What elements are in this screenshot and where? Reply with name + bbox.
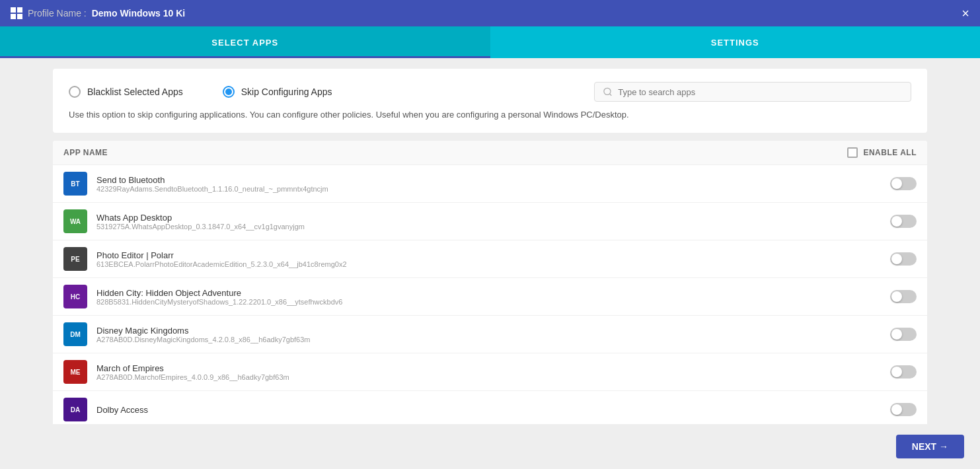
app-name: Photo Editor | Polarr xyxy=(96,250,890,260)
app-icon: ME xyxy=(63,360,87,384)
blacklist-option[interactable]: Blacklist Selected Apps xyxy=(69,86,183,98)
app-toggle[interactable] xyxy=(890,290,917,303)
svg-line-1 xyxy=(610,94,612,96)
app-package: 42329RayAdams.SendtoBluetooth_1.1.16.0_n… xyxy=(96,185,890,193)
app-toggle[interactable] xyxy=(890,215,917,228)
profile-label: Profile Name : xyxy=(28,8,87,18)
footer: NEXT → xyxy=(0,424,980,469)
app-toggle[interactable] xyxy=(890,328,917,341)
app-info: Disney Magic KingdomsA278AB0D.DisneyMagi… xyxy=(96,326,890,343)
info-text: Use this option to skip configuring appl… xyxy=(69,110,911,120)
app-name: Hidden City: Hidden Object Adventure xyxy=(96,288,890,298)
app-info: Whats App Desktop5319275A.WhatsAppDeskto… xyxy=(96,213,890,231)
app-package: 5319275A.WhatsAppDesktop_0.3.1847.0_x64_… xyxy=(96,223,890,231)
app-row: HCHidden City: Hidden Object Adventure82… xyxy=(53,278,927,316)
radio-row: Blacklist Selected Apps Skip Configuring… xyxy=(69,82,911,102)
app-name: Disney Magic Kingdoms xyxy=(96,326,890,336)
app-name: Dolby Access xyxy=(96,405,890,415)
app-icon: BT xyxy=(63,172,87,196)
close-button[interactable]: × xyxy=(961,7,969,20)
profile-name: Demo Windows 10 Ki xyxy=(92,8,185,18)
header-left: Profile Name : Demo Windows 10 Ki xyxy=(11,7,185,19)
app-rows: BTSend to Bluetooth42329RayAdams.SendtoB… xyxy=(53,165,927,428)
app-toggle[interactable] xyxy=(890,252,917,266)
search-icon xyxy=(603,87,613,97)
app-package: 613EBCEA.PolarrPhotoEditorAcademicEditio… xyxy=(96,260,890,268)
main-content: Blacklist Selected Apps Skip Configuring… xyxy=(0,58,980,439)
app-toggle[interactable] xyxy=(890,365,917,379)
skip-label: Skip Configuring Apps xyxy=(241,87,332,97)
app-icon: WA xyxy=(63,209,87,233)
app-row: DMDisney Magic KingdomsA278AB0D.DisneyMa… xyxy=(53,316,927,353)
app-package: A278AB0D.DisneyMagicKingdoms_4.2.0.8_x86… xyxy=(96,336,890,343)
app-row: BTSend to Bluetooth42329RayAdams.SendtoB… xyxy=(53,165,927,203)
app-list-header: APP NAME ENABLE ALL xyxy=(53,141,927,165)
windows-icon xyxy=(11,7,22,19)
app-info: Hidden City: Hidden Object Adventure828B… xyxy=(96,288,890,306)
app-list-container: APP NAME ENABLE ALL BTSend to Bluetooth4… xyxy=(53,141,927,428)
col-app-name-header: APP NAME xyxy=(63,148,847,157)
app-icon: DM xyxy=(63,322,87,346)
tab-select-apps[interactable]: SELECT APPS xyxy=(0,26,490,58)
app-info: Photo Editor | Polarr613EBCEA.PolarrPhot… xyxy=(96,250,890,268)
app-row: MEMarch of EmpiresA278AB0D.MarchofEmpire… xyxy=(53,353,927,391)
tab-bar: SELECT APPS SETTINGS xyxy=(0,26,980,58)
app-icon: DA xyxy=(63,398,87,421)
app-toggle[interactable] xyxy=(890,403,917,416)
app-row: WAWhats App Desktop5319275A.WhatsAppDesk… xyxy=(53,203,927,240)
app-name: Whats App Desktop xyxy=(96,213,890,223)
app-info: Send to Bluetooth42329RayAdams.SendtoBlu… xyxy=(96,175,890,193)
app-icon: HC xyxy=(63,285,87,308)
search-box[interactable] xyxy=(594,82,911,102)
search-input[interactable] xyxy=(618,87,903,97)
app-row: PEPhoto Editor | Polarr613EBCEA.PolarrPh… xyxy=(53,240,927,278)
blacklist-label: Blacklist Selected Apps xyxy=(87,87,183,97)
app-toggle[interactable] xyxy=(890,177,917,190)
app-package: A278AB0D.MarchofEmpires_4.0.0.9_x86__h6a… xyxy=(96,373,890,381)
svg-point-0 xyxy=(604,88,611,94)
tab-settings[interactable]: SETTINGS xyxy=(490,26,981,58)
app-info: Dolby Access xyxy=(96,405,890,415)
app-info: March of EmpiresA278AB0D.MarchofEmpires_… xyxy=(96,363,890,381)
enable-all-checkbox[interactable] xyxy=(847,147,858,158)
app-row: DADolby Access xyxy=(53,391,927,428)
col-enable-all-header: ENABLE ALL xyxy=(847,147,917,158)
options-card: Blacklist Selected Apps Skip Configuring… xyxy=(53,69,927,133)
app-name: March of Empires xyxy=(96,363,890,373)
skip-option[interactable]: Skip Configuring Apps xyxy=(223,86,332,98)
app-icon: PE xyxy=(63,247,87,271)
header: Profile Name : Demo Windows 10 Ki × xyxy=(0,0,980,26)
skip-radio[interactable] xyxy=(223,86,235,98)
blacklist-radio[interactable] xyxy=(69,86,81,98)
app-name: Send to Bluetooth xyxy=(96,175,890,185)
next-button[interactable]: NEXT → xyxy=(896,435,964,458)
app-package: 828B5831.HiddenCityMysteryofShadows_1.22… xyxy=(96,298,890,306)
